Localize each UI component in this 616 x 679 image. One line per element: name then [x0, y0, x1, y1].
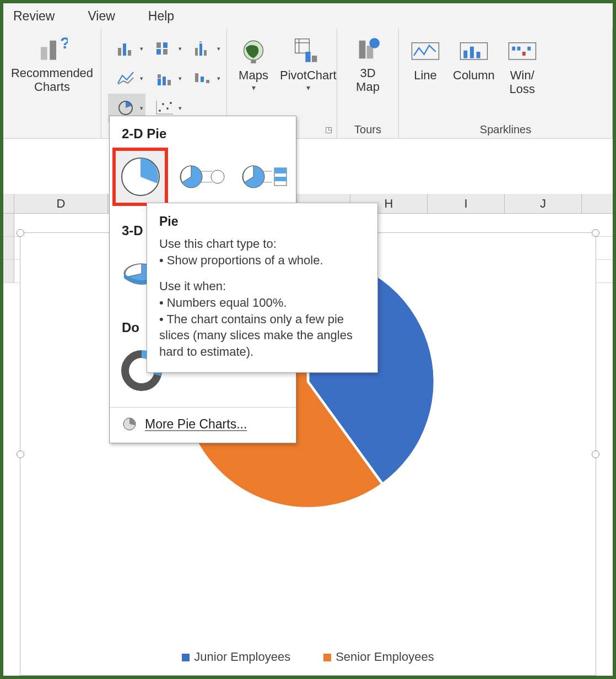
- col-head-d[interactable]: D: [14, 194, 108, 213]
- group-charts-recommended: ? Recommended Charts: [3, 29, 101, 138]
- pie-tooltip: Pie Use this chart type to: • Show propo…: [147, 203, 378, 373]
- svg-rect-35: [359, 41, 365, 59]
- svg-rect-20: [206, 80, 209, 83]
- svg-point-22: [159, 110, 161, 112]
- maps-label: Maps: [239, 68, 268, 82]
- recommended-charts-icon: ?: [37, 34, 68, 65]
- sparkline-line-label: Line: [414, 68, 437, 82]
- svg-rect-14: [158, 79, 161, 85]
- tooltip-title: Pie: [159, 213, 365, 230]
- maps-button[interactable]: Maps ▾: [234, 34, 273, 94]
- svg-rect-6: [156, 42, 161, 48]
- 3d-map-button[interactable]: 3D Map: [348, 32, 388, 96]
- recommended-charts-label: Recommended Charts: [11, 66, 93, 94]
- pie-2d-basic-button[interactable]: [114, 149, 166, 204]
- svg-rect-9: [163, 49, 167, 55]
- svg-rect-15: [158, 74, 161, 78]
- group-sparklines-label: Sparklines: [399, 123, 612, 136]
- chart-type-grid: ▾ ▾ ▾ ▾ ▾ ▾ ▾ ▾: [108, 34, 223, 122]
- chevron-down-icon: ▾: [252, 83, 256, 92]
- sparkline-line-button[interactable]: Line: [406, 34, 445, 84]
- svg-rect-5: [128, 50, 131, 56]
- svg-rect-42: [477, 52, 480, 58]
- sparkline-column-icon: [458, 36, 489, 67]
- sparkline-column-label: Column: [453, 68, 495, 82]
- menu-review[interactable]: Review: [13, 9, 55, 24]
- sparkline-winloss-icon: [507, 36, 538, 67]
- svg-rect-0: [41, 47, 47, 59]
- svg-rect-41: [470, 47, 474, 58]
- svg-rect-8: [163, 42, 167, 48]
- svg-point-25: [170, 102, 172, 104]
- line-chart-button[interactable]: ▾: [108, 64, 145, 93]
- sparkline-line-icon: [410, 36, 441, 67]
- svg-rect-10: [195, 48, 198, 56]
- bar-of-pie-icon: [240, 160, 290, 193]
- tooltip-line: Use it when:: [159, 278, 365, 295]
- dialog-launcher-icon[interactable]: ◳: [325, 125, 332, 134]
- pie-of-pie-button[interactable]: [176, 149, 229, 204]
- svg-rect-47: [527, 47, 531, 51]
- group-tours-label: Tours: [337, 123, 398, 136]
- column-chart-button[interactable]: ▾: [108, 34, 145, 63]
- resize-handle[interactable]: [17, 450, 24, 458]
- svg-rect-30: [295, 39, 310, 53]
- svg-rect-29: [251, 59, 256, 63]
- more-pie-charts-button[interactable]: More Pie Charts...: [110, 408, 296, 443]
- svg-rect-43: [509, 43, 536, 59]
- svg-rect-58: [274, 177, 287, 181]
- pivotchart-icon: [293, 36, 323, 67]
- svg-rect-18: [195, 73, 198, 82]
- 3d-map-icon: [353, 34, 383, 65]
- menu-help[interactable]: Help: [148, 9, 174, 24]
- chevron-down-icon: ▾: [306, 83, 310, 92]
- tooltip-line: • Numbers equal 100%.: [159, 295, 365, 311]
- svg-rect-16: [163, 77, 166, 85]
- col-head-j[interactable]: J: [505, 194, 582, 213]
- svg-rect-45: [517, 47, 520, 51]
- sparkline-winloss-label: Win/ Loss: [510, 68, 535, 96]
- group-tours: 3D Map Tours: [337, 29, 399, 138]
- menu-view[interactable]: View: [88, 9, 115, 24]
- recommended-charts-button[interactable]: ? Recommended Charts: [7, 32, 98, 96]
- resize-handle[interactable]: [592, 229, 599, 237]
- bar-chart-button[interactable]: ▾: [147, 34, 184, 63]
- row-gutter: [3, 194, 14, 213]
- pie-icon: [118, 155, 163, 199]
- tooltip-line: Use this chart type to:: [159, 236, 365, 252]
- svg-rect-57: [274, 168, 287, 173]
- svg-text:?: ?: [60, 34, 68, 52]
- menu-bar: Review View Help: [3, 3, 613, 29]
- svg-rect-17: [167, 80, 171, 85]
- svg-rect-46: [522, 52, 526, 56]
- pie-small-icon: [122, 416, 137, 432]
- svg-rect-4: [123, 44, 126, 56]
- sparkline-column-button[interactable]: Column: [449, 34, 499, 84]
- resize-handle[interactable]: [17, 229, 24, 237]
- sparkline-winloss-button[interactable]: Win/ Loss: [502, 34, 542, 99]
- svg-rect-1: [50, 41, 56, 60]
- tooltip-line: • The chart contains only a few pie slic…: [159, 311, 365, 360]
- svg-rect-19: [201, 77, 204, 82]
- hierarchy-chart-button[interactable]: ▾: [147, 64, 184, 93]
- stats-chart-button[interactable]: ▾: [185, 34, 223, 63]
- pie-of-pie-icon: [178, 160, 228, 193]
- svg-rect-11: [199, 44, 202, 56]
- svg-point-24: [166, 107, 169, 110]
- legend-item-senior: Senior Employees: [323, 650, 434, 664]
- resize-handle[interactable]: [592, 450, 599, 458]
- bar-of-pie-button[interactable]: [239, 149, 291, 204]
- svg-rect-40: [463, 51, 467, 58]
- col-head-i[interactable]: I: [428, 194, 505, 213]
- group-sparklines: Line Column Win/ Loss Sparklines: [399, 29, 613, 138]
- svg-rect-3: [118, 48, 121, 56]
- pivotchart-button[interactable]: PivotChart ▾: [275, 34, 341, 94]
- ribbon: ? Recommended Charts ▾ ▾ ▾ ▾ ▾ ▾ ▾ ▾ Map…: [3, 29, 613, 139]
- svg-rect-12: [204, 50, 207, 56]
- pivotchart-label: PivotChart: [280, 68, 337, 82]
- svg-point-23: [162, 103, 164, 105]
- globe-icon: [238, 36, 269, 67]
- tooltip-line: • Show proportions of a whole.: [159, 252, 365, 269]
- waterfall-chart-button[interactable]: ▾: [185, 64, 223, 93]
- 3d-map-label: 3D Map: [356, 66, 380, 94]
